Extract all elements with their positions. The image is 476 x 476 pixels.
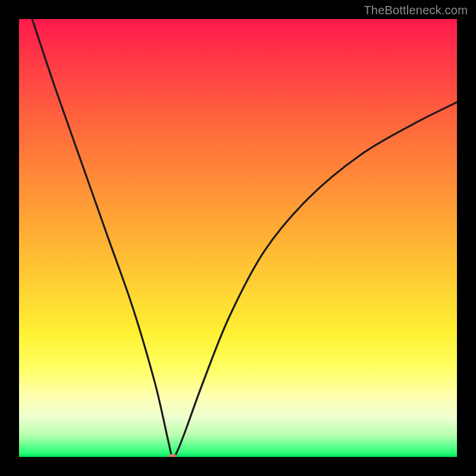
watermark-text: TheBottleneck.com	[364, 4, 468, 17]
plot-area	[19, 19, 457, 457]
chart-frame: TheBottleneck.com	[0, 0, 476, 476]
optimal-point	[168, 454, 177, 457]
bottleneck-curve	[19, 19, 457, 457]
